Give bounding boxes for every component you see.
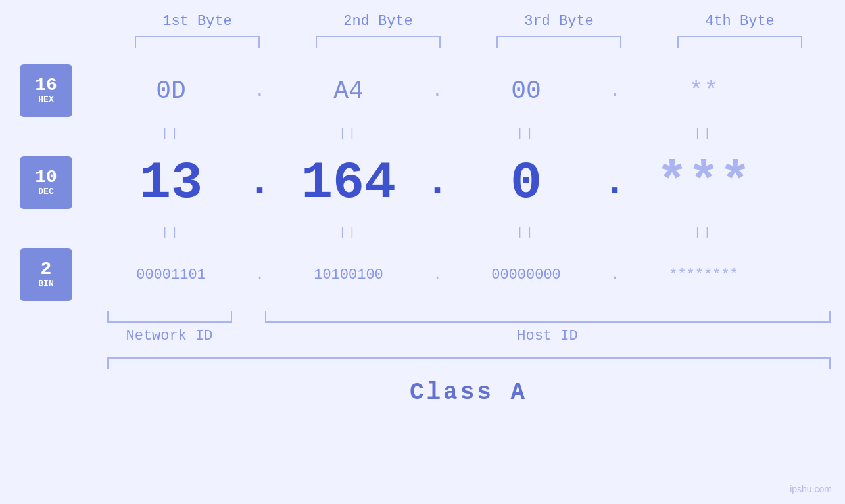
big-bracket-area: Class A	[107, 357, 831, 406]
hex-badge-number: 16	[35, 76, 57, 95]
hex-byte1-cell: 0D	[99, 77, 243, 105]
dec-byte2-cell: 164	[276, 153, 421, 213]
hex-row: 0D . A4 . 00 . **	[92, 61, 845, 120]
bracket-spacer	[232, 311, 265, 323]
eq1-byte1: ||	[99, 127, 243, 140]
dec-byte1-value: 13	[139, 153, 203, 213]
bracket-host	[265, 311, 831, 323]
dec-byte4-cell: ***	[631, 153, 776, 213]
dec-badge-number: 10	[35, 168, 57, 187]
equals-row-2: || || || ||	[92, 219, 845, 245]
eq2-byte4: ||	[631, 225, 776, 239]
bracket-network	[107, 311, 232, 323]
class-label: Class A	[107, 379, 831, 406]
dec-row: 13 . 164 . 0 . ***	[92, 147, 845, 219]
bin-byte2-cell: 10100100	[276, 267, 421, 283]
hex-dot-2: .	[421, 81, 454, 101]
byte1-header: 1st Byte	[125, 13, 270, 30]
dec-byte4-value: ***	[656, 153, 751, 213]
badges-column: 16 HEX 10 DEC 2 BIN	[0, 61, 92, 304]
bin-byte1-cell: 00001101	[99, 267, 243, 283]
byte-headers: 1st Byte 2nd Byte 3rd Byte 4th Byte	[107, 13, 831, 30]
eq2-byte3: ||	[454, 225, 598, 239]
dec-dot-3: .	[598, 160, 631, 205]
bin-byte4-value: ********	[669, 267, 738, 283]
dec-byte2-value: 164	[301, 153, 396, 213]
bin-dot-1: .	[243, 267, 276, 283]
dec-byte3-value: 0	[510, 153, 542, 213]
dec-badge-wrapper: 10 DEC	[20, 147, 92, 219]
hex-byte4-cell: **	[631, 77, 776, 105]
bracket-top-4	[677, 36, 802, 48]
eq2-spacer	[20, 219, 92, 245]
hex-badge-wrapper: 16 HEX	[20, 61, 92, 120]
dec-badge-label: DEC	[38, 187, 53, 197]
bin-badge-label: BIN	[38, 279, 53, 289]
bracket-top-1	[135, 36, 260, 48]
eq2-byte1: ||	[99, 225, 243, 239]
bin-byte1-value: 00001101	[136, 267, 206, 283]
hex-badge: 16 HEX	[20, 64, 72, 117]
hex-byte3-value: 00	[511, 77, 541, 105]
byte2-header: 2nd Byte	[306, 13, 450, 30]
hex-byte2-cell: A4	[276, 77, 421, 105]
dec-dot-2: .	[421, 160, 454, 205]
hex-dot-1: .	[243, 81, 276, 101]
hex-byte2-value: A4	[333, 77, 364, 105]
hex-dot-3: .	[598, 81, 631, 101]
host-id-label: Host ID	[265, 328, 831, 344]
bin-badge-wrapper: 2 BIN	[20, 245, 92, 304]
bottom-brackets	[107, 311, 831, 323]
dec-badge: 10 DEC	[20, 156, 72, 209]
top-brackets	[107, 36, 831, 48]
bin-badge-number: 2	[41, 260, 52, 279]
byte4-header: 4th Byte	[667, 13, 812, 30]
bin-byte2-value: 10100100	[314, 267, 383, 283]
bottom-section: Network ID Host ID	[107, 311, 831, 344]
bin-row: 00001101 . 10100100 . 00000000 .	[92, 245, 845, 304]
hex-byte4-value: **	[688, 77, 719, 105]
equals-row-1: || || || ||	[92, 120, 845, 147]
bracket-top-2	[316, 36, 441, 48]
bin-byte4-cell: ********	[631, 267, 776, 283]
label-spacer	[232, 328, 265, 344]
hex-byte1-value: 0D	[156, 77, 186, 105]
dec-byte1-cell: 13	[99, 153, 243, 213]
byte3-header: 3rd Byte	[487, 13, 631, 30]
bracket-top-3	[496, 36, 621, 48]
bin-badge: 2 BIN	[20, 248, 72, 301]
hex-badge-label: HEX	[38, 95, 53, 105]
labels-row: Network ID Host ID	[107, 328, 831, 344]
eq1-byte2: ||	[276, 127, 421, 140]
network-id-label: Network ID	[107, 328, 232, 344]
rows-column: 0D . A4 . 00 . **	[92, 61, 845, 304]
main-container: 1st Byte 2nd Byte 3rd Byte 4th Byte 16 H…	[0, 0, 845, 504]
hex-byte3-cell: 00	[454, 77, 598, 105]
content-area: 16 HEX 10 DEC 2 BIN	[0, 61, 845, 304]
bin-dot-2: .	[421, 267, 454, 283]
bin-dot-3: .	[598, 267, 631, 283]
bin-byte3-cell: 00000000	[454, 267, 598, 283]
big-bracket	[107, 357, 831, 369]
eq2-byte2: ||	[276, 225, 421, 239]
eq1-byte3: ||	[454, 127, 598, 140]
dec-dot-1: .	[243, 160, 276, 205]
dec-byte3-cell: 0	[454, 153, 598, 213]
eq1-byte4: ||	[631, 127, 776, 140]
watermark: ipshu.com	[790, 484, 832, 494]
bin-byte3-value: 00000000	[491, 267, 561, 283]
eq1-spacer	[20, 120, 92, 147]
